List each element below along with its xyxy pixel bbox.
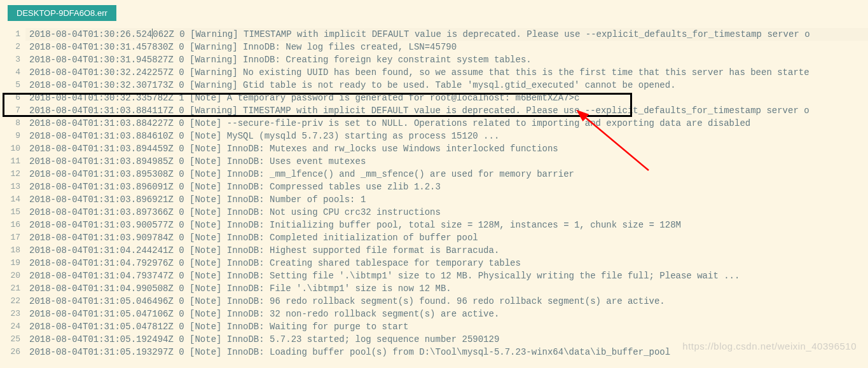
line-number: 10 (0, 142, 25, 155)
line-number: 1 (0, 28, 25, 41)
line-number: 13 (0, 181, 25, 193)
code-line[interactable]: 32018-08-04T01:30:31.945827Z 0 [Warning]… (0, 53, 868, 66)
line-number: 6 (0, 92, 25, 104)
file-tab[interactable]: DESKTOP-9DFA6O8.err (8, 5, 116, 21)
code-line[interactable]: 12018-08-04T01:30:26.524062Z 0 [Warning]… (0, 28, 868, 41)
line-number: 7 (0, 104, 25, 117)
code-line[interactable]: 212018-08-04T01:31:04.990508Z 0 [Note] I… (0, 282, 868, 295)
code-line[interactable]: 92018-08-04T01:31:03.884610Z 0 [Note] My… (0, 130, 868, 142)
text-caret (152, 29, 153, 39)
line-content: 2018-08-04T01:31:03.884117Z 0 [Warning] … (25, 104, 868, 117)
code-line[interactable]: 182018-08-04T01:31:04.244241Z 0 [Note] I… (0, 244, 868, 257)
tab-bar: DESKTOP-9DFA6O8.err (0, 0, 868, 24)
line-content: 2018-08-04T01:31:03.909784Z 0 [Note] Inn… (25, 231, 868, 244)
line-number: 20 (0, 269, 25, 282)
line-content: 2018-08-04T01:30:32.307173Z 0 [Warning] … (25, 79, 868, 92)
line-number: 26 (0, 346, 25, 358)
line-number: 19 (0, 257, 25, 269)
code-line[interactable]: 72018-08-04T01:31:03.884117Z 0 [Warning]… (0, 104, 868, 117)
line-number: 11 (0, 155, 25, 168)
line-content: 2018-08-04T01:31:04.792976Z 0 [Note] Inn… (25, 257, 868, 269)
file-tab-label: DESKTOP-9DFA6O8.err (17, 8, 107, 18)
code-line[interactable]: 132018-08-04T01:31:03.896091Z 0 [Note] I… (0, 181, 868, 193)
code-line[interactable]: 102018-08-04T01:31:03.894459Z 0 [Note] I… (0, 142, 868, 155)
line-number: 22 (0, 295, 25, 308)
code-line[interactable]: 152018-08-04T01:31:03.897366Z 0 [Note] I… (0, 206, 868, 219)
code-line[interactable]: 142018-08-04T01:31:03.896921Z 0 [Note] I… (0, 193, 868, 206)
line-number: 25 (0, 333, 25, 346)
line-content: 2018-08-04T01:31:05.047812Z 0 [Note] Inn… (25, 320, 868, 333)
line-content: 2018-08-04T01:31:03.894985Z 0 [Note] Inn… (25, 155, 868, 168)
line-content: 2018-08-04T01:30:31.945827Z 0 [Warning] … (25, 53, 868, 66)
line-number: 2 (0, 41, 25, 53)
line-content: 2018-08-04T01:31:03.884610Z 0 [Note] MyS… (25, 130, 868, 142)
line-number: 21 (0, 282, 25, 295)
line-content: 2018-08-04T01:31:03.895308Z 0 [Note] Inn… (25, 168, 868, 181)
code-line[interactable]: 232018-08-04T01:31:05.047106Z 0 [Note] I… (0, 308, 868, 320)
line-content: 2018-08-04T01:31:03.896091Z 0 [Note] Inn… (25, 181, 868, 193)
line-content: 2018-08-04T01:31:05.046496Z 0 [Note] Inn… (25, 295, 868, 308)
line-number: 5 (0, 79, 25, 92)
line-content: 2018-08-04T01:31:03.896921Z 0 [Note] Inn… (25, 193, 868, 206)
line-content: 2018-08-04T01:31:03.884227Z 0 [Note] --s… (25, 117, 868, 130)
line-number: 16 (0, 219, 25, 231)
line-content: 2018-08-04T01:31:03.900577Z 0 [Note] Inn… (25, 219, 868, 231)
line-number: 18 (0, 244, 25, 257)
code-line[interactable]: 82018-08-04T01:31:03.884227Z 0 [Note] --… (0, 117, 868, 130)
code-line[interactable]: 222018-08-04T01:31:05.046496Z 0 [Note] I… (0, 295, 868, 308)
line-number: 15 (0, 206, 25, 219)
code-line[interactable]: 22018-08-04T01:30:31.457830Z 0 [Warning]… (0, 41, 868, 53)
line-content: 2018-08-04T01:31:04.244241Z 0 [Note] Inn… (25, 244, 868, 257)
code-line[interactable]: 52018-08-04T01:30:32.307173Z 0 [Warning]… (0, 79, 868, 92)
code-line[interactable]: 62018-08-04T01:30:32.335782Z 1 [Note] A … (0, 92, 868, 104)
code-line[interactable]: 122018-08-04T01:31:03.895308Z 0 [Note] I… (0, 168, 868, 181)
code-line[interactable]: 112018-08-04T01:31:03.894985Z 0 [Note] I… (0, 155, 868, 168)
line-number: 24 (0, 320, 25, 333)
watermark-text: https://blog.csdn.net/weixin_40396510 (682, 341, 857, 351)
line-content: 2018-08-04T01:31:05.047106Z 0 [Note] Inn… (25, 308, 868, 320)
line-number: 14 (0, 193, 25, 206)
code-line[interactable]: 202018-08-04T01:31:04.793747Z 0 [Note] I… (0, 269, 868, 282)
code-line[interactable]: 162018-08-04T01:31:03.900577Z 0 [Note] I… (0, 219, 868, 231)
code-editor[interactable]: 12018-08-04T01:30:26.524062Z 0 [Warning]… (0, 24, 868, 358)
line-number: 17 (0, 231, 25, 244)
code-line[interactable]: 172018-08-04T01:31:03.909784Z 0 [Note] I… (0, 231, 868, 244)
line-content: 2018-08-04T01:30:26.524062Z 0 [Warning] … (25, 28, 868, 41)
line-number: 4 (0, 66, 25, 79)
code-line[interactable]: 192018-08-04T01:31:04.792976Z 0 [Note] I… (0, 257, 868, 269)
line-number: 23 (0, 308, 25, 320)
line-number: 3 (0, 53, 25, 66)
line-number: 9 (0, 130, 25, 142)
line-content: 2018-08-04T01:31:03.897366Z 0 [Note] Inn… (25, 206, 868, 219)
code-line[interactable]: 242018-08-04T01:31:05.047812Z 0 [Note] I… (0, 320, 868, 333)
line-content: 2018-08-04T01:30:32.335782Z 1 [Note] A t… (25, 92, 868, 104)
line-number: 8 (0, 117, 25, 130)
line-content: 2018-08-04T01:31:04.990508Z 0 [Note] Inn… (25, 282, 868, 295)
line-content: 2018-08-04T01:30:31.457830Z 0 [Warning] … (25, 41, 868, 53)
line-content: 2018-08-04T01:30:32.242257Z 0 [Warning] … (25, 66, 868, 79)
line-number: 12 (0, 168, 25, 181)
line-content: 2018-08-04T01:31:04.793747Z 0 [Note] Inn… (25, 269, 868, 282)
code-line[interactable]: 42018-08-04T01:30:32.242257Z 0 [Warning]… (0, 66, 868, 79)
line-content: 2018-08-04T01:31:03.894459Z 0 [Note] Inn… (25, 142, 868, 155)
